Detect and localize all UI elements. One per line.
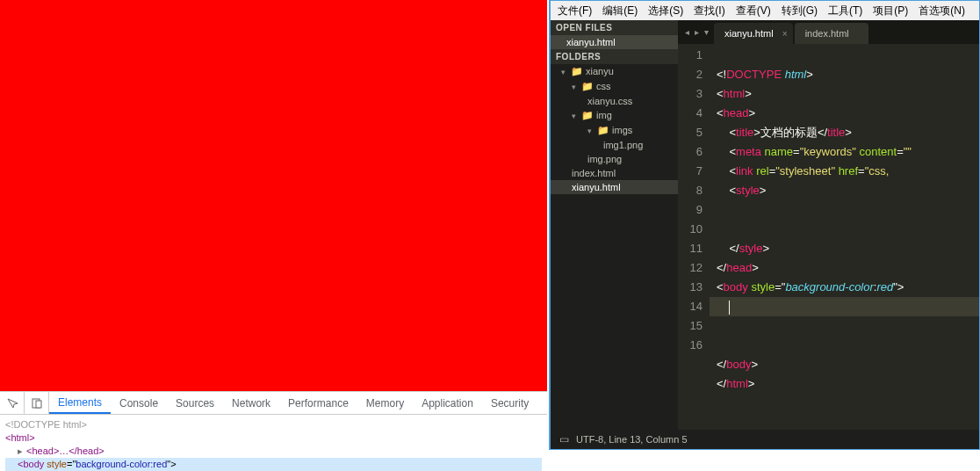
tab-application[interactable]: Application: [413, 392, 482, 414]
close: ">: [167, 459, 176, 469]
folder-img[interactable]: ▾📁 img: [551, 108, 678, 123]
dom-body-open: <body: [18, 459, 47, 469]
dom-head[interactable]: <head>…</head>: [26, 446, 104, 456]
dom-body-attr: style: [47, 459, 67, 469]
chevron-down-icon: ▾: [587, 127, 594, 135]
folder-css[interactable]: ▾📁 css: [551, 79, 678, 94]
tab-network[interactable]: Network: [223, 392, 279, 414]
chevron-down-icon: ▾: [572, 112, 579, 120]
menu-edit[interactable]: 编辑(E): [597, 4, 643, 18]
menu-preferences[interactable]: 首选项(N): [913, 4, 970, 18]
close-icon[interactable]: ×: [782, 29, 788, 39]
open-file-item[interactable]: xianyu.html: [551, 35, 678, 49]
open-files-header: OPEN FILES: [551, 20, 678, 35]
menu-goto[interactable]: 转到(G): [776, 4, 823, 18]
menu-bar: 文件(F) 编辑(E) 选择(S) 查找(I) 查看(V) 转到(G) 工具(T…: [551, 1, 979, 20]
tab-elements[interactable]: Elements: [49, 392, 111, 414]
devtools-panel: Elements Console Sources Network Perform…: [0, 391, 547, 471]
sublime-editor: 文件(F) 编辑(E) 选择(S) 查找(I) 查看(V) 转到(G) 工具(T…: [549, 0, 980, 450]
inspect-icon[interactable]: [0, 392, 25, 414]
device-icon[interactable]: [25, 392, 49, 414]
menu-select[interactable]: 选择(S): [643, 4, 688, 18]
sidebar: OPEN FILES xianyu.html FOLDERS ▾📁 xianyu…: [551, 20, 678, 430]
svg-rect-1: [36, 401, 41, 408]
file-imgpng[interactable]: img.png: [551, 152, 678, 166]
file-xianyu-html[interactable]: xianyu.html: [551, 180, 678, 194]
tab-security[interactable]: Security: [482, 392, 537, 414]
chevron-left-icon[interactable]: ◂: [685, 27, 689, 37]
status-text: UTF-8, Line 13, Column 5: [576, 434, 688, 445]
tab-index[interactable]: index.html: [795, 23, 868, 44]
chevron-down-icon: ▾: [572, 83, 579, 91]
dom-body-val: background-color:red: [76, 459, 167, 469]
expand-icon[interactable]: ▸: [18, 445, 26, 458]
tab-memory[interactable]: Memory: [357, 392, 413, 414]
code-area[interactable]: 12345678910111213141516 <!DOCTYPE html> …: [678, 44, 979, 430]
menu-tools[interactable]: 工具(T): [823, 4, 868, 18]
panel-icon[interactable]: ▭: [559, 433, 569, 446]
tab-performance[interactable]: Performance: [279, 392, 357, 414]
folders-header: FOLDERS: [551, 49, 678, 64]
menu-find[interactable]: 查找(I): [688, 4, 730, 18]
browser-render-area: [0, 0, 547, 391]
tab-nav-arrows[interactable]: ◂▸▾: [680, 27, 714, 37]
dom-html: <html>: [5, 432, 35, 443]
tab-console[interactable]: Console: [111, 392, 167, 414]
text-caret: [729, 301, 730, 315]
line-gutter: 12345678910111213141516: [678, 44, 710, 430]
folder-root[interactable]: ▾📁 xianyu: [551, 64, 678, 79]
dom-doctype: <!DOCTYPE html>: [5, 419, 87, 430]
chevron-down-icon: ▾: [561, 68, 568, 76]
file-index[interactable]: index.html: [551, 166, 678, 180]
file-xianyu-css[interactable]: xianyu.css: [551, 94, 678, 108]
editor-tabs: ◂▸▾ xianyu.html× index.html: [678, 20, 979, 44]
menu-file[interactable]: 文件(F): [552, 4, 597, 18]
eq: =": [67, 459, 76, 469]
menu-view[interactable]: 查看(V): [731, 4, 776, 18]
tab-xianyu[interactable]: xianyu.html×: [714, 23, 793, 44]
chevron-down-icon[interactable]: ▾: [704, 27, 709, 37]
menu-project[interactable]: 项目(P): [868, 4, 913, 18]
file-img1[interactable]: img1.png: [551, 138, 678, 152]
status-bar: ▭ UTF-8, Line 13, Column 5: [551, 430, 979, 449]
dom-tree[interactable]: <!DOCTYPE html> <html> ▸<head>…</head> <…: [0, 415, 547, 471]
tab-sources[interactable]: Sources: [167, 392, 223, 414]
devtools-tabs: Elements Console Sources Network Perform…: [0, 392, 547, 415]
code-content[interactable]: <!DOCTYPE html> <html> <head> <title>文档的…: [710, 44, 979, 430]
chevron-right-icon[interactable]: ▸: [695, 27, 699, 37]
folder-imgs[interactable]: ▾📁 imgs: [551, 123, 678, 138]
